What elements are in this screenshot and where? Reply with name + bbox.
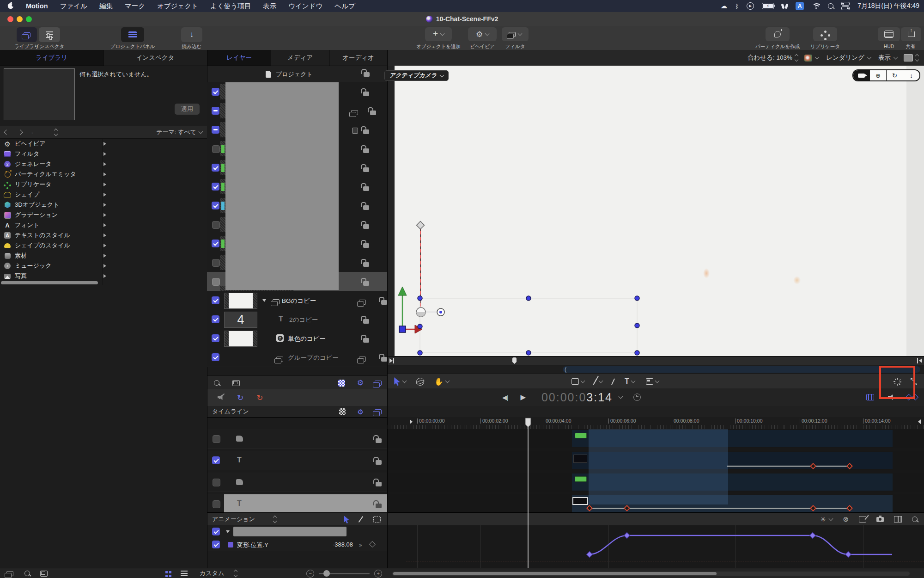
disclosure-icon[interactable] (103, 172, 106, 176)
show-filters-icon[interactable] (375, 409, 382, 414)
share-button[interactable]: ↑ (901, 27, 921, 41)
control-center-icon[interactable] (841, 2, 850, 10)
track-header-row[interactable] (207, 429, 387, 449)
curve-image-icon[interactable] (894, 516, 902, 523)
search-icon[interactable] (214, 380, 219, 386)
lock-icon[interactable] (363, 338, 369, 343)
timecode-display[interactable]: 00:00:03:14 (541, 391, 613, 404)
battery-icon[interactable]: ⚡ (762, 3, 774, 9)
category-gradients[interactable]: グラデーション (0, 210, 106, 220)
loop-icon[interactable]: ↻ (237, 393, 243, 403)
category-behaviors[interactable]: ⚙ビヘイビア (0, 139, 106, 149)
canvas-area[interactable]: アクティブカメラ ⊕ ↻ ↕ (388, 66, 924, 356)
lock-icon[interactable] (363, 148, 369, 153)
disclosure-icon[interactable] (103, 244, 106, 247)
layer-checkbox[interactable] (212, 240, 219, 247)
menu-window[interactable]: ウインドウ (288, 2, 322, 11)
lock-icon[interactable] (376, 504, 382, 508)
rendering-dropdown[interactable]: レンダリング (826, 54, 864, 62)
menu-clock[interactable]: 7月18日(日) 午後4:49 (857, 2, 919, 10)
project-pane-toggle-icon[interactable] (6, 571, 13, 576)
chevron-down-icon[interactable] (631, 379, 635, 383)
add-object-button[interactable]: + (425, 27, 452, 41)
nav-stepper[interactable] (55, 129, 57, 135)
layer-row-bg-copy[interactable]: BGのコピー (207, 291, 387, 310)
view-layout-swatch[interactable] (904, 54, 913, 61)
show-behaviors-icon[interactable]: ⚙ (358, 408, 364, 415)
lock-icon[interactable] (376, 482, 382, 486)
track-header-row[interactable] (207, 473, 387, 492)
disclosure-icon[interactable] (103, 254, 106, 258)
show-filters-icon[interactable] (375, 381, 382, 386)
disclosure-icon[interactable] (103, 203, 106, 207)
category-generators[interactable]: 2ジェネレータ (0, 159, 106, 169)
layer-checkbox[interactable] (212, 107, 219, 115)
keyframe-param-row[interactable]: 変形.位置.Y -388.08 » (207, 538, 387, 551)
clip-chip[interactable] (575, 476, 587, 482)
hud-button[interactable] (878, 27, 900, 41)
zoom-fit-dropdown[interactable]: 合わせる: 103% (748, 54, 792, 62)
layer-checkbox[interactable] (212, 334, 219, 342)
snap-icon[interactable]: ✳ (821, 516, 826, 523)
lock-icon[interactable] (363, 224, 369, 229)
menu-favorites[interactable]: よく使う項目 (210, 2, 251, 11)
disclosure-open-icon[interactable] (262, 299, 266, 302)
library-hscrollbar[interactable] (1, 281, 98, 284)
category-shapes[interactable]: シェイプ (0, 190, 106, 200)
show-keyframes-icon[interactable] (866, 394, 874, 400)
category-media[interactable]: 素材 (0, 251, 106, 261)
lock-icon[interactable] (363, 129, 369, 134)
tab-library[interactable]: ライブラリ (0, 50, 103, 66)
group-name-bar[interactable] (233, 527, 346, 536)
text-tool[interactable]: T (625, 377, 629, 386)
param-value[interactable]: -388.08 (307, 541, 353, 548)
layer-checkbox[interactable] (212, 315, 219, 323)
disclosure-icon[interactable] (103, 264, 106, 268)
curve-set-stepper[interactable] (234, 570, 237, 577)
pan-tool[interactable]: ✋ (434, 377, 444, 386)
play-range-bar[interactable]: ( (563, 366, 920, 373)
list-view-icon[interactable] (181, 571, 188, 572)
category-text-styles[interactable]: Aテキストのスタイル (0, 230, 106, 240)
lock-icon[interactable] (363, 319, 369, 324)
canvas-mini-timeline[interactable] (388, 356, 924, 365)
bezier-tool[interactable] (593, 378, 597, 385)
param-checkbox[interactable] (212, 541, 220, 548)
edit-cursor-tool[interactable] (344, 516, 349, 523)
category-3d-objects[interactable]: 3Dオブジェクト (0, 200, 106, 210)
show-particles-icon[interactable] (338, 380, 345, 387)
apple-menu[interactable] (7, 1, 14, 11)
grid-view-icon[interactable] (165, 571, 168, 573)
curve-set-dropdown[interactable]: カスタム (200, 569, 224, 578)
clip-thumb-chip[interactable] (572, 497, 588, 505)
layout-stepper[interactable] (916, 55, 918, 61)
category-filters[interactable]: フィルタ (0, 149, 106, 159)
keyframe-group-row[interactable] (207, 525, 387, 539)
replicator-button[interactable] (813, 27, 837, 41)
edit-box-icon[interactable] (859, 516, 866, 523)
zoom-out-button[interactable]: − (306, 570, 314, 578)
camera-menu[interactable]: アクティブカメラ (384, 70, 449, 81)
orbit-view-button[interactable]: ↻ (886, 70, 903, 80)
track-checkbox[interactable] (212, 456, 220, 464)
behaviors-button[interactable]: ⚙ (468, 27, 497, 41)
mini-playhead[interactable] (512, 357, 517, 364)
ruler-out-marker[interactable] (918, 419, 921, 424)
lock-icon[interactable] (376, 460, 382, 465)
show-behaviors-icon[interactable]: ⚙ (357, 379, 364, 387)
mask-tool[interactable] (646, 378, 653, 385)
category-music[interactable]: ♪ミュージック (0, 261, 106, 271)
chevron-down-icon[interactable] (829, 517, 833, 521)
chevron-down-icon[interactable] (599, 379, 603, 383)
lock-icon[interactable] (381, 357, 387, 362)
tab-audio[interactable]: オーディオ (329, 50, 387, 66)
lock-icon[interactable] (363, 243, 369, 248)
theme-filter-dropdown[interactable]: テーマ: すべて (156, 128, 202, 136)
clip-chip[interactable] (575, 433, 587, 438)
layer-checkbox[interactable] (212, 259, 220, 267)
category-particle-emitters[interactable]: パーティクルエミッタ (0, 169, 106, 179)
lock-icon[interactable] (363, 92, 369, 96)
layer-checkbox[interactable] (212, 278, 220, 286)
category-replicators[interactable]: リプリケータ (0, 179, 106, 190)
forward-button[interactable] (18, 129, 23, 135)
